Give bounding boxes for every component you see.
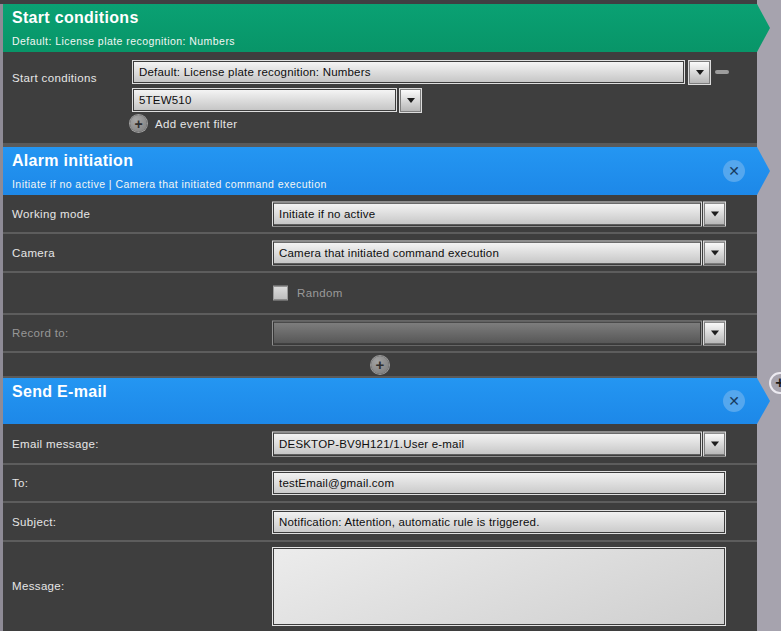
top-border bbox=[0, 0, 757, 4]
email-message-row: Email message: DESKTOP-BV9H121/1.User e-… bbox=[3, 424, 757, 463]
message-row: Message: bbox=[3, 542, 757, 631]
send-email-header[interactable]: Send E-mail ✕ bbox=[3, 378, 770, 424]
event-filter-dropdown-arrow[interactable] bbox=[689, 61, 710, 84]
random-checkbox[interactable] bbox=[273, 286, 288, 301]
alarm-initiation-title: Alarm initiation bbox=[12, 152, 770, 170]
record-to-dropdown[interactable] bbox=[273, 322, 701, 345]
start-conditions-subtitle: Default: License plate recognition: Numb… bbox=[12, 35, 235, 47]
section-divider bbox=[3, 376, 757, 378]
add-event-filter-button[interactable]: + Add event filter bbox=[130, 115, 237, 132]
to-input[interactable] bbox=[273, 472, 725, 494]
to-label: To: bbox=[12, 477, 28, 489]
event-filter-dropdown[interactable]: Default: License plate recognition: Numb… bbox=[133, 61, 684, 83]
send-email-title: Send E-mail bbox=[12, 383, 770, 401]
camera-dropdown[interactable]: Camera that initiated command execution bbox=[273, 241, 701, 264]
message-textarea[interactable] bbox=[273, 548, 725, 625]
email-message-dropdown[interactable]: DESKTOP-BV9H121/1.User e-mail bbox=[273, 432, 701, 455]
section-divider bbox=[3, 143, 757, 147]
record-to-row: Record to: bbox=[3, 315, 757, 351]
random-label: Random bbox=[297, 287, 343, 299]
plate-number-dropdown[interactable]: 5TEW510 bbox=[133, 89, 396, 111]
working-mode-label: Working mode bbox=[12, 208, 90, 220]
record-to-dropdown-arrow[interactable] bbox=[704, 322, 725, 345]
chevron-down-icon bbox=[711, 331, 719, 336]
email-message-dropdown-arrow[interactable] bbox=[704, 432, 725, 455]
chevron-down-icon bbox=[711, 250, 719, 255]
add-parameter-button[interactable]: + bbox=[371, 356, 389, 374]
record-to-label: Record to: bbox=[12, 327, 69, 339]
chevron-down-icon bbox=[696, 70, 704, 75]
chevron-down-icon bbox=[711, 211, 719, 216]
camera-row: Camera Camera that initiated command exe… bbox=[3, 234, 757, 271]
subject-row: Subject: bbox=[3, 503, 757, 540]
camera-dropdown-value: Camera that initiated command execution bbox=[279, 247, 499, 259]
start-conditions-body: Start conditions Default: License plate … bbox=[3, 52, 757, 143]
working-mode-dropdown-value: Initiate if no active bbox=[279, 208, 375, 220]
chevron-down-icon bbox=[407, 98, 415, 103]
working-mode-dropdown[interactable]: Initiate if no active bbox=[273, 202, 701, 225]
plus-icon: + bbox=[130, 115, 147, 132]
alarm-initiation-header[interactable]: Alarm initiation Initiate if no active |… bbox=[3, 147, 770, 195]
chevron-down-icon bbox=[711, 441, 719, 446]
camera-dropdown-arrow[interactable] bbox=[704, 241, 725, 264]
remove-condition-button[interactable] bbox=[715, 70, 729, 74]
start-conditions-header[interactable]: Start conditions Default: License plate … bbox=[3, 4, 770, 52]
random-row: Random bbox=[3, 273, 757, 313]
alarm-initiation-subtitle: Initiate if no active | Camera that init… bbox=[12, 178, 327, 190]
plate-number-dropdown-arrow[interactable] bbox=[400, 89, 421, 112]
working-mode-dropdown-arrow[interactable] bbox=[704, 202, 725, 225]
to-row: To: bbox=[3, 465, 757, 501]
alarm-initiation-body: Working mode Initiate if no active Camer… bbox=[3, 195, 757, 376]
start-conditions-title: Start conditions bbox=[12, 9, 770, 27]
close-icon[interactable]: ✕ bbox=[723, 160, 745, 182]
email-message-label: Email message: bbox=[12, 438, 99, 450]
add-parameter-row: + bbox=[3, 353, 757, 376]
close-icon[interactable]: ✕ bbox=[723, 390, 745, 412]
start-conditions-row-label: Start conditions bbox=[12, 72, 97, 84]
plate-number-dropdown-value: 5TEW510 bbox=[139, 94, 192, 106]
camera-label: Camera bbox=[12, 247, 55, 259]
event-filter-dropdown-value: Default: License plate recognition: Numb… bbox=[139, 66, 371, 78]
subject-label: Subject: bbox=[12, 516, 56, 528]
email-message-dropdown-value: DESKTOP-BV9H121/1.User e-mail bbox=[279, 438, 464, 450]
add-action-button[interactable]: + bbox=[769, 372, 781, 394]
automatic-rule-editor: Start conditions Default: License plate … bbox=[0, 0, 781, 631]
send-email-body: Email message: DESKTOP-BV9H121/1.User e-… bbox=[3, 424, 757, 631]
add-event-filter-label: Add event filter bbox=[155, 118, 237, 130]
subject-input[interactable] bbox=[273, 511, 725, 533]
working-mode-row: Working mode Initiate if no active bbox=[3, 195, 757, 232]
message-label: Message: bbox=[12, 580, 65, 592]
